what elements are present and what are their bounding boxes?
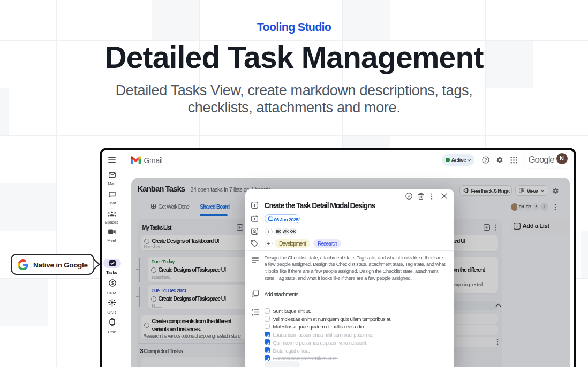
svg-text:T: T	[253, 203, 256, 208]
